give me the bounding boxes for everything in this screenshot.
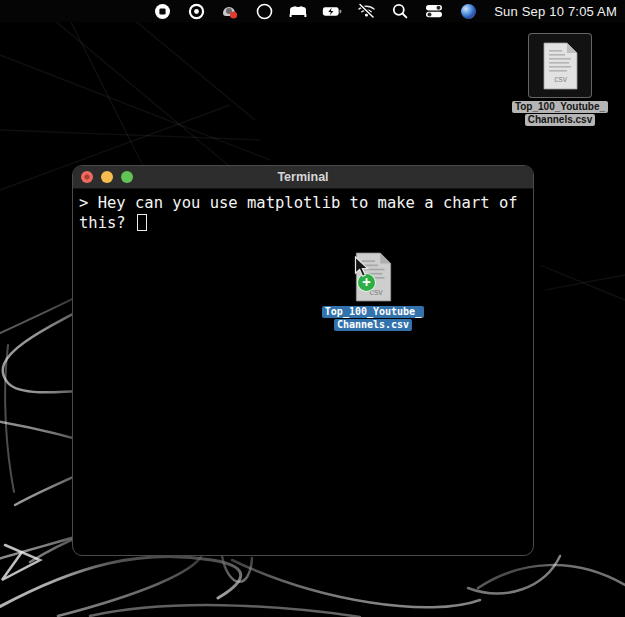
siri-icon[interactable] [458,3,478,19]
spotlight-search-icon[interactable] [390,3,410,19]
dragged-file-label: Top_100_Youtube_ Channels.csv [318,306,428,331]
desktop-file-top100-youtube-csv[interactable]: csv Top_100_Youtube_ Channels.csv [527,33,593,126]
desktop-screen: Sun Sep 10 7:05 AM csv [0,0,625,617]
menu-bar-clock[interactable]: Sun Sep 10 7:05 AM [492,4,617,19]
file-selection-highlight: csv [528,33,592,98]
screen-record-icon[interactable] [186,3,206,19]
file-label-line2: Channels.csv [525,114,595,126]
terminal-cursor [137,214,147,231]
csv-file-icon: csv [540,41,580,91]
control-center-icon[interactable] [424,3,444,19]
terminal-prompt-line2: this? [79,214,527,234]
mouse-pointer-icon [354,256,370,278]
dark-mode-icon[interactable] [254,3,274,19]
wifi-off-icon[interactable] [356,3,376,19]
terminal-window[interactable]: Terminal > Hey can you use matplotlib to… [72,165,534,556]
desktop-file-label: Top_100_Youtube_ Channels.csv [505,101,615,126]
dragged-label-line1: Top_100_Youtube_ [322,306,424,318]
dragged-label-line2: Channels.csv [334,319,412,331]
menu-bar: Sun Sep 10 7:05 AM [0,0,625,22]
sleep-icon[interactable] [288,3,308,19]
terminal-line2-text: this? [79,214,135,232]
app-notification-icon[interactable] [220,3,240,19]
csv-type-text: csv [554,74,568,84]
dragged-file-top100-youtube-csv[interactable]: csv + Top_100_Youtube_ Channels.csv [318,251,428,331]
file-label-line1: Top_100_Youtube_ [512,101,608,113]
terminal-titlebar[interactable]: Terminal [73,166,533,189]
terminal-content[interactable]: > Hey can you use matplotlib to make a c… [73,189,533,554]
battery-charging-icon[interactable] [322,3,342,19]
terminal-prompt-line1: > Hey can you use matplotlib to make a c… [79,194,527,214]
window-title: Terminal [73,170,533,184]
stop-record-icon[interactable] [152,3,172,19]
